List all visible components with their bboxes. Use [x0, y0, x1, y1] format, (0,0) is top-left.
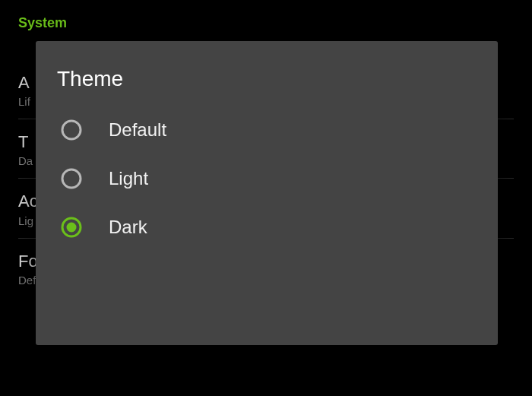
- radio-unchecked-icon: [60, 119, 83, 141]
- svg-point-0: [62, 121, 81, 139]
- option-label: Light: [109, 168, 148, 189]
- option-default[interactable]: Default: [60, 119, 477, 141]
- svg-point-1: [62, 169, 81, 188]
- option-label: Default: [109, 119, 166, 141]
- radio-checked-icon: [60, 216, 83, 239]
- dialog-options: Default Light Dark: [57, 119, 477, 239]
- section-header: System: [18, 15, 514, 31]
- option-label: Dark: [109, 217, 147, 238]
- theme-dialog: Theme Default Light: [36, 41, 498, 345]
- option-light[interactable]: Light: [60, 167, 477, 190]
- radio-unchecked-icon: [60, 167, 83, 190]
- svg-point-3: [67, 223, 77, 233]
- dialog-title: Theme: [57, 67, 477, 91]
- option-dark[interactable]: Dark: [60, 216, 477, 239]
